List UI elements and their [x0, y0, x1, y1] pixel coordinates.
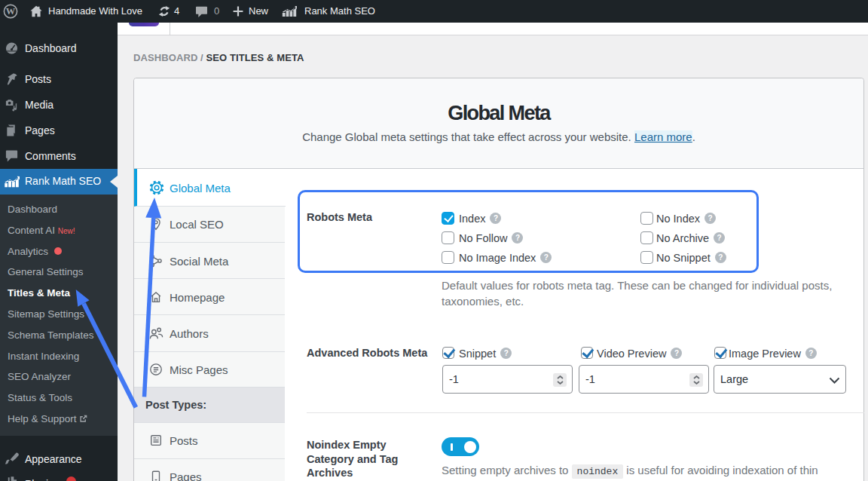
svg-text:W: W — [6, 6, 16, 17]
